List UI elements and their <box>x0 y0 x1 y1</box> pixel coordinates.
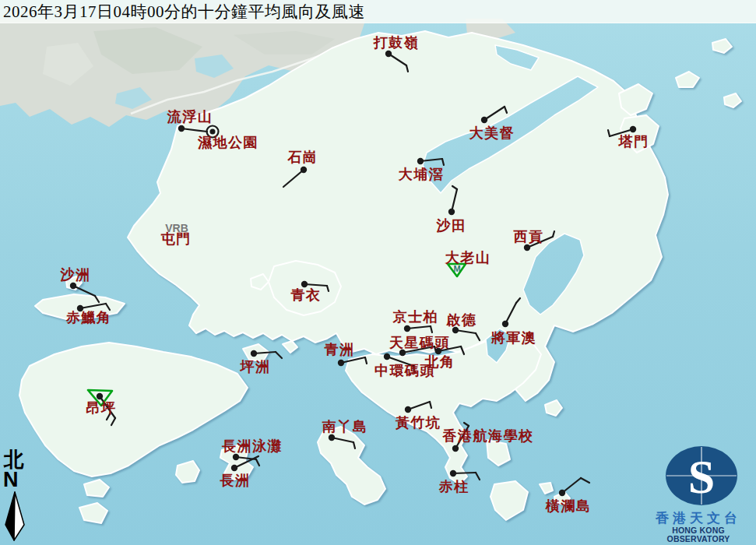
hko-logo-zh: 香港天文台 <box>641 511 756 526</box>
station-label: 橫瀾島 <box>545 498 592 514</box>
station-dot <box>301 281 308 287</box>
station-dot <box>524 244 530 251</box>
station-label: 流浮山 <box>167 109 213 125</box>
compass-label-en: N <box>3 470 34 490</box>
station-label: 青洲 <box>324 342 355 357</box>
station-dot <box>399 350 406 356</box>
station-label: 濕地公園 <box>197 135 258 150</box>
station-label: 沙田 <box>436 218 467 234</box>
station-label: 天星碼頭 <box>389 335 450 350</box>
station-label: 塔門 <box>618 134 649 149</box>
station-dot <box>329 434 335 441</box>
station-label: 長洲泳灘 <box>221 438 283 454</box>
hko-logo-icon: S <box>641 444 756 508</box>
station-dot <box>481 117 487 123</box>
station-label: 赤柱 <box>438 479 469 494</box>
station-dot <box>452 327 459 333</box>
station-dot <box>338 360 344 366</box>
station-dot <box>210 129 216 135</box>
station-dot <box>435 348 441 354</box>
station-dot <box>448 209 455 215</box>
station-dot <box>417 158 424 164</box>
station-dot <box>450 470 456 476</box>
station-label: 昂坪 <box>86 400 117 416</box>
station-label: 將軍澳 <box>491 330 537 346</box>
wind-map: 打鼓嶺流浮山濕地公園石崗大美督塔門大埔滘沙田西貢M大老山VRB屯門沙洲赤鱲角青衣… <box>0 0 756 545</box>
station-dot <box>385 51 392 57</box>
station-dot <box>405 406 411 413</box>
north-arrow-icon <box>2 490 30 542</box>
title-bar: 2026年3月17日04時00分的十分鐘平均風向及風速 <box>0 0 756 23</box>
station-label: 青衣 <box>290 287 322 303</box>
station-label: 南丫島 <box>322 419 368 434</box>
station-label: 大美督 <box>469 125 515 141</box>
station-dot <box>97 393 103 399</box>
station-label: 長洲 <box>220 473 251 488</box>
hko-logo: S 香港天文台 HONG KONG OBSERVATORY <box>641 444 756 544</box>
station-label: 沙洲 <box>60 267 91 283</box>
station-dot <box>233 454 239 460</box>
station-label: 京士柏 <box>392 309 439 325</box>
station-dot <box>384 353 390 360</box>
svg-text:S: S <box>688 450 715 503</box>
station-dot <box>301 167 307 173</box>
station-label: 西貢 <box>513 229 544 244</box>
station-tuen-mun: VRB屯門 <box>161 222 192 247</box>
compass-north: 北 N <box>2 450 34 545</box>
station-label: 香港航海學校 <box>442 428 534 444</box>
station-label: 啟德 <box>446 312 477 328</box>
map-title: 2026年3月17日04時00分的十分鐘平均風向及風速 <box>3 1 365 23</box>
station-dot <box>630 126 636 132</box>
station-dot <box>231 465 237 471</box>
station-dot <box>251 350 257 357</box>
station-label: 大埔滘 <box>398 167 445 182</box>
wind-barb-segment <box>453 473 476 473</box>
station-label: 坪洲 <box>240 359 271 374</box>
station-label: 石崗 <box>287 149 318 165</box>
station-label: 黃竹坑 <box>396 415 441 431</box>
station-dot <box>178 125 185 132</box>
station-dot <box>70 283 76 289</box>
hko-logo-en: HONG KONG OBSERVATORY <box>641 526 756 544</box>
station-dot <box>452 445 459 452</box>
station-label: 大老山 <box>445 250 491 265</box>
station-label: 赤鱲角 <box>65 310 112 325</box>
station-dot <box>502 321 508 327</box>
station-label: 中環碼頭 <box>374 363 435 378</box>
station-dot <box>404 325 410 332</box>
station-label: 打鼓嶺 <box>373 35 420 51</box>
station-label: 屯門 <box>161 231 192 247</box>
station-dot <box>559 490 565 496</box>
